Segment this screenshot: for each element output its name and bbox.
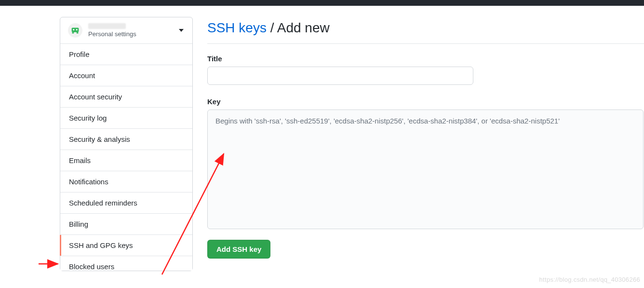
- page-title: SSH keys / Add new: [207, 20, 644, 36]
- svg-rect-3: [72, 32, 74, 34]
- sidebar-item-label: Profile: [69, 50, 90, 58]
- breadcrumb-current: Add new: [277, 20, 330, 35]
- sidebar-item-label: Emails: [69, 156, 91, 165]
- avatar-icon: [70, 25, 80, 36]
- sidebar-item-label: Notifications: [69, 178, 108, 186]
- sidebar-item-account-security[interactable]: Account security: [60, 86, 192, 108]
- svg-rect-1: [73, 29, 74, 30]
- sidebar-item-notifications[interactable]: Notifications: [60, 171, 192, 192]
- key-label: Key: [207, 97, 644, 106]
- svg-rect-4: [77, 32, 79, 34]
- breadcrumb-link-ssh-keys[interactable]: SSH keys: [207, 20, 267, 35]
- sidebar-item-blocked-users[interactable]: Blocked users: [60, 256, 192, 271]
- key-textarea[interactable]: [207, 110, 644, 229]
- sidebar-item-label: Account: [69, 71, 95, 80]
- sidebar-item-ssh-gpg-keys[interactable]: SSH and GPG keys: [60, 235, 192, 256]
- sidebar-account-switcher[interactable]: Personal settings: [60, 17, 192, 44]
- avatar: [68, 23, 82, 38]
- sidebar-item-account[interactable]: Account: [60, 65, 192, 86]
- sidebar-item-billing[interactable]: Billing: [60, 214, 192, 235]
- title-label: Title: [207, 55, 644, 63]
- sidebar-item-label: Account security: [69, 93, 122, 101]
- sidebar-item-label: SSH and GPG keys: [69, 241, 133, 249]
- title-input[interactable]: [207, 67, 473, 85]
- sidebar-item-label: Billing: [69, 220, 88, 228]
- top-bar: [0, 0, 644, 6]
- chevron-down-icon: [179, 29, 184, 32]
- divider: [207, 43, 644, 44]
- sidebar-item-security-log[interactable]: Security log: [60, 108, 192, 129]
- svg-rect-0: [72, 28, 79, 32]
- watermark: https://blog.csdn.net/qq_40306266: [539, 276, 640, 283]
- sidebar-item-scheduled-reminders[interactable]: Scheduled reminders: [60, 192, 192, 214]
- sidebar-item-emails[interactable]: Emails: [60, 150, 192, 171]
- sidebar-item-label: Blocked users: [69, 262, 114, 271]
- sidebar-item-profile[interactable]: Profile: [60, 44, 192, 65]
- button-label: Add SSH key: [216, 245, 261, 253]
- settings-sidebar: Personal settings Profile Account Accoun…: [60, 17, 193, 271]
- sidebar-subtitle: Personal settings: [88, 30, 136, 38]
- add-ssh-key-button[interactable]: Add SSH key: [207, 240, 270, 259]
- sidebar-item-label: Security log: [69, 114, 107, 122]
- sidebar-item-label: Security & analysis: [69, 135, 130, 143]
- main-content: SSH keys / Add new Title Key Add SSH key: [207, 20, 644, 259]
- username-redacted: [88, 23, 126, 29]
- sidebar-item-label: Scheduled reminders: [69, 199, 137, 207]
- svg-rect-2: [76, 29, 78, 30]
- sidebar-item-security-analysis[interactable]: Security & analysis: [60, 129, 192, 150]
- breadcrumb-separator: /: [270, 20, 277, 35]
